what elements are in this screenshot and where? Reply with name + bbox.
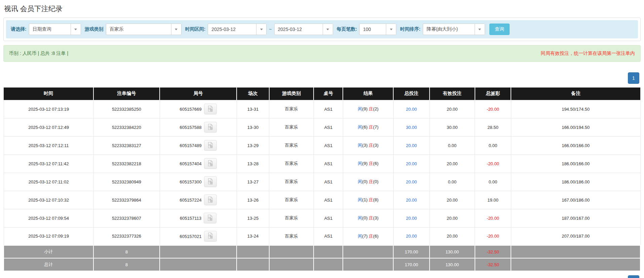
cell-valid-bet: 0.00: [430, 136, 475, 154]
cell-time: 2025-03-12 07:13:19: [4, 100, 93, 118]
video-replay-button[interactable]: [204, 122, 217, 133]
cell-remark: 166.00/166.00: [511, 136, 640, 154]
cell-time: 2025-03-12 07:11:02: [4, 173, 93, 191]
cell-result: 闲(7) 庄(6): [343, 227, 393, 245]
cell-result: 闲(9) 庄(6): [343, 154, 393, 173]
total-bet-link[interactable]: 20.00: [406, 161, 417, 166]
video-file-icon: [207, 232, 214, 240]
result-player-score: (9): [362, 161, 368, 166]
video-replay-button[interactable]: [204, 158, 217, 169]
time-sort-label: 时间排序:: [400, 26, 420, 32]
cell-remark: 194.50/174.50: [511, 100, 640, 118]
cell-session: 13-25: [237, 209, 269, 227]
valid-bet-sum: 130.00: [430, 258, 475, 271]
video-replay-button[interactable]: [204, 195, 217, 205]
cell-time: 2025-03-12 07:10:32: [4, 191, 93, 209]
cell-table-no: AS1: [314, 100, 343, 118]
time-sort-select[interactable]: 降幂(由大到小): [423, 24, 485, 35]
total-bet-link[interactable]: 20.00: [406, 216, 417, 221]
chevron-down-icon: [256, 24, 266, 35]
cell-round: 605157588: [160, 118, 237, 136]
video-file-icon: [207, 196, 214, 204]
total-bet-link[interactable]: 20.00: [406, 143, 417, 148]
page: 视讯 会员下注纪录 请选择: 日期查询 游戏类别 百家乐 时间区间: 2025-…: [0, 0, 644, 278]
time-sort-value: 降幂(由大到小): [423, 24, 475, 35]
cell-total-bet: 20.00: [393, 100, 430, 118]
cell-valid-bet: 20.00: [430, 100, 475, 118]
video-file-icon: [207, 124, 214, 131]
payout-value: 28.50: [487, 125, 498, 130]
cell-table-no: AS1: [314, 209, 343, 227]
page-button-1[interactable]: 1: [628, 72, 639, 84]
column-header: 局号: [160, 88, 237, 100]
cell-total-bet: 30.00: [393, 118, 430, 136]
date-to-select[interactable]: 2025-03-12: [274, 24, 333, 35]
video-replay-button[interactable]: [204, 104, 217, 114]
result-player: 闲: [358, 234, 362, 239]
cell-game-type: 百家乐: [269, 136, 314, 154]
payout-sum: -32.50: [475, 258, 511, 271]
cell-remark: 207.00/187.00: [511, 227, 640, 245]
game-type-select[interactable]: 百家乐: [106, 24, 182, 35]
result-player-score: (0): [362, 215, 368, 220]
cell-bet-id: 522332383127: [93, 136, 160, 154]
payout-value: 19.00: [487, 198, 498, 203]
pagination-bottom: 1: [628, 275, 639, 278]
total-bet-link[interactable]: 20.00: [406, 234, 417, 239]
valid-bet-sum: 130.00: [430, 245, 475, 258]
cell-remark: 187.00/167.00: [511, 209, 640, 227]
cell-payout: 19.00: [475, 191, 511, 209]
table-row: 2025-03-12 07:12:11522332383127605157489…: [4, 136, 640, 154]
cell-remark: 167.00/186.00: [511, 191, 640, 209]
result-player: 闲: [358, 161, 362, 166]
cell-bet-id: 522332385250: [93, 100, 160, 118]
cell-payout: 0.00: [475, 136, 511, 154]
column-header: 时间: [4, 88, 93, 100]
page-size-select[interactable]: 100: [359, 24, 396, 35]
search-button[interactable]: 查询: [489, 24, 510, 35]
result-player-score: (6): [362, 125, 368, 130]
cell-payout: -20.00: [475, 154, 511, 173]
cell-session: 13-30: [237, 118, 269, 136]
date-from-select[interactable]: 2025-03-12: [208, 24, 267, 35]
query-type-select[interactable]: 日期查询: [29, 24, 81, 35]
video-replay-button[interactable]: [204, 231, 217, 242]
total-bet-link[interactable]: 20.00: [406, 179, 417, 184]
result-banker-score: (3): [373, 215, 378, 220]
chevron-down-icon: [323, 24, 333, 35]
summary-notice: 同局有效投注，统一计算在该局第一张注单内: [541, 50, 635, 57]
cell-payout: 0.00: [475, 173, 511, 191]
cell-game-type: 百家乐: [269, 154, 314, 173]
cell-result: 闲(6) 庄(7): [343, 118, 393, 136]
result-banker: 庄: [369, 234, 373, 239]
table-total-row: 小计8170.00130.00-32.50: [4, 245, 640, 258]
video-replay-button[interactable]: [204, 213, 216, 223]
page-button-1-bottom[interactable]: 1: [628, 275, 639, 278]
cell-table-no: AS1: [314, 136, 343, 154]
cell-round: 605157300: [160, 173, 237, 191]
video-replay-button[interactable]: [204, 140, 217, 151]
cell-remark: 186.00/186.00: [511, 173, 640, 191]
cell-time: 2025-03-12 07:12:11: [4, 136, 93, 154]
date-to-value: 2025-03-12: [275, 24, 323, 35]
column-header: 结果: [343, 88, 393, 100]
result-banker-score: (8): [373, 197, 378, 202]
total-bet-link[interactable]: 20.00: [406, 107, 417, 112]
video-replay-button[interactable]: [204, 176, 217, 187]
total-bet-link[interactable]: 20.00: [406, 198, 417, 203]
chevron-down-icon: [475, 24, 485, 35]
total-bet-link[interactable]: 30.00: [406, 125, 417, 130]
cell-total-bet: 20.00: [393, 191, 430, 209]
result-player: 闲: [358, 106, 362, 111]
page-size-label: 每页笔数:: [337, 26, 357, 32]
round-id: 605157669: [180, 107, 202, 112]
payout-sum-value: -32.50: [487, 249, 499, 254]
result-player: 闲: [358, 143, 362, 148]
cell-bet-id: 522332380949: [93, 173, 160, 191]
cell-time: 2025-03-12 07:11:42: [4, 154, 93, 173]
result-player-score: (3): [362, 143, 368, 148]
payout-value: 0.00: [489, 179, 497, 184]
result-player: 闲: [358, 125, 362, 130]
cell-session: 13-26: [237, 191, 269, 209]
payout-sum-value: -32.50: [487, 262, 499, 267]
